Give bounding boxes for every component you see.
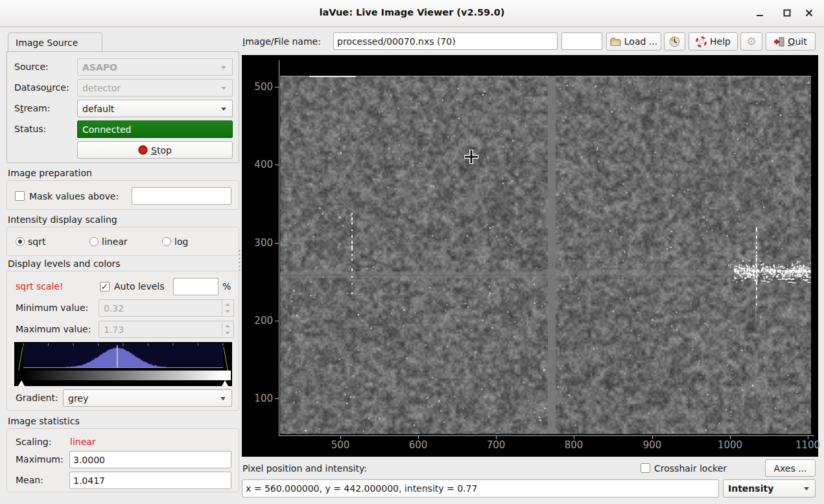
stats-maximum-input[interactable]: [69, 451, 231, 468]
datasource-label: Datasource:: [14, 79, 69, 96]
gradient-combo-value: grey: [68, 393, 88, 404]
quit-button-label: Quit: [788, 36, 806, 47]
chevron-down-icon: [221, 66, 226, 69]
folder-icon: [610, 38, 621, 46]
y-axis-tick-label: 200: [244, 315, 273, 326]
spin-arrows-icon: [222, 301, 233, 315]
radio-selected-dot: [18, 240, 22, 244]
section-display-levels: Display levels and colors: [8, 258, 121, 269]
y-axis-tick: [275, 398, 279, 399]
stats-mean-label: Mean:: [16, 472, 43, 488]
pixel-position-readout[interactable]: [242, 479, 719, 498]
gear-icon: ⚙: [746, 36, 756, 47]
frame-number-input[interactable]: [561, 32, 602, 50]
close-icon: [805, 9, 813, 17]
auto-levels-checkbox[interactable]: ✓: [100, 282, 110, 292]
crosshair-locker-checkbox[interactable]: [641, 463, 650, 473]
display-mode-value: Intensity: [728, 483, 773, 494]
y-axis-tick: [275, 165, 279, 165]
radio-log[interactable]: [162, 237, 171, 246]
help-button[interactable]: Help: [689, 32, 738, 51]
maximum-value-spinbox: 1.73: [99, 321, 234, 338]
radio-log-label[interactable]: log: [174, 233, 188, 250]
exit-door-icon: [774, 37, 784, 47]
minimum-value-label: Minimum value:: [16, 299, 88, 316]
auto-levels-percent-input[interactable]: [173, 278, 218, 295]
lifebuoy-icon: [696, 36, 707, 47]
datasource-combo-value: detector: [82, 83, 121, 93]
tab-image-source[interactable]: Image Source: [8, 32, 102, 52]
x-axis-tick-label: 700: [478, 439, 514, 451]
y-axis-tick-label: 100: [244, 393, 273, 404]
y-axis-tick-label: 500: [244, 81, 273, 93]
file-name-input[interactable]: [333, 32, 558, 50]
stats-scaling-label: Scaling:: [16, 433, 51, 450]
minimize-button[interactable]: [751, 5, 769, 21]
file-name-label: Image/File name:: [242, 33, 321, 50]
x-axis-tick-label: 600: [400, 439, 436, 451]
maximum-value-label: Maximum value:: [16, 321, 91, 338]
mask-values-label: Mask values above:: [29, 188, 119, 205]
status-badge: Connected: [77, 120, 233, 138]
timer-button[interactable]: [664, 32, 685, 51]
pixel-position-label: Pixel position and intensity:: [242, 460, 367, 477]
quit-button[interactable]: Quit: [766, 32, 816, 51]
check-icon: ✓: [101, 282, 108, 291]
y-axis-tick: [275, 87, 279, 87]
settings-button[interactable]: ⚙: [740, 32, 762, 51]
window-title: laVue: Live Image Viewer (v2.59.0): [0, 7, 824, 17]
mask-values-checkbox[interactable]: [15, 191, 25, 201]
x-axis-tick: [574, 436, 574, 439]
stream-combo[interactable]: default: [77, 100, 233, 117]
radio-linear[interactable]: [89, 237, 99, 246]
source-combo-value: ASAPO: [82, 62, 117, 73]
stream-label: Stream:: [14, 100, 50, 117]
y-axis-tick: [275, 321, 279, 321]
x-axis-tick-label: 800: [556, 439, 592, 451]
chevron-down-icon: [221, 87, 226, 90]
source-label: Source:: [14, 58, 49, 75]
mask-value-input[interactable]: [132, 187, 231, 205]
clock-icon: [669, 36, 680, 47]
section-intensity-scaling: Intensity display scaling: [8, 214, 117, 225]
scale-warning-text: sqrt scale!: [16, 278, 64, 295]
levels-histogram[interactable]: [14, 342, 232, 386]
source-combo: ASAPO: [77, 58, 233, 76]
radio-linear-label[interactable]: linear: [102, 233, 128, 250]
display-mode-combo[interactable]: Intensity: [723, 479, 816, 498]
detector-image[interactable]: [280, 76, 811, 434]
axes-button[interactable]: Axes ...: [765, 459, 816, 477]
radio-sqrt-label[interactable]: sqrt: [28, 233, 45, 250]
y-axis-tick: [275, 243, 279, 244]
stats-mean-input[interactable]: [69, 472, 231, 489]
close-button[interactable]: [800, 5, 818, 21]
x-axis-tick: [808, 436, 808, 439]
chevron-down-icon: [221, 108, 226, 111]
titlebar[interactable]: laVue: Live Image Viewer (v2.59.0): [0, 0, 824, 27]
x-axis-tick: [496, 436, 497, 439]
app-window: laVue: Live Image Viewer (v2.59.0) Image…: [0, 0, 824, 504]
image-viewer[interactable]: 50040030020010050060070080090010001100: [242, 55, 818, 457]
status-label: Status:: [14, 120, 46, 137]
y-axis-tick-label: 300: [244, 237, 273, 249]
maximize-button[interactable]: [778, 5, 796, 21]
minimum-value-spinbox: 0.32: [99, 299, 234, 317]
stop-button-label: Stop: [151, 145, 172, 155]
maximize-icon: [783, 9, 791, 17]
maximum-value: 1.73: [104, 325, 124, 335]
help-button-label: Help: [710, 36, 731, 47]
load-button[interactable]: Load ...: [606, 32, 661, 51]
gradient-combo[interactable]: grey: [63, 389, 232, 407]
section-image-statistics: Image statistics: [8, 416, 80, 426]
spin-arrows-icon: [222, 322, 233, 337]
load-button-label: Load ...: [624, 36, 657, 47]
chevron-down-icon: [220, 397, 226, 400]
axes-button-label: Axes ...: [773, 463, 806, 474]
stop-button[interactable]: Stop: [77, 141, 233, 159]
x-axis-tick: [418, 436, 419, 439]
status-value: Connected: [82, 124, 131, 135]
radio-sqrt[interactable]: [16, 237, 25, 246]
sidebar-splitter-handle[interactable]: [238, 249, 241, 271]
x-axis-tick-label: 1000: [712, 439, 748, 451]
x-axis-tick: [652, 436, 653, 439]
